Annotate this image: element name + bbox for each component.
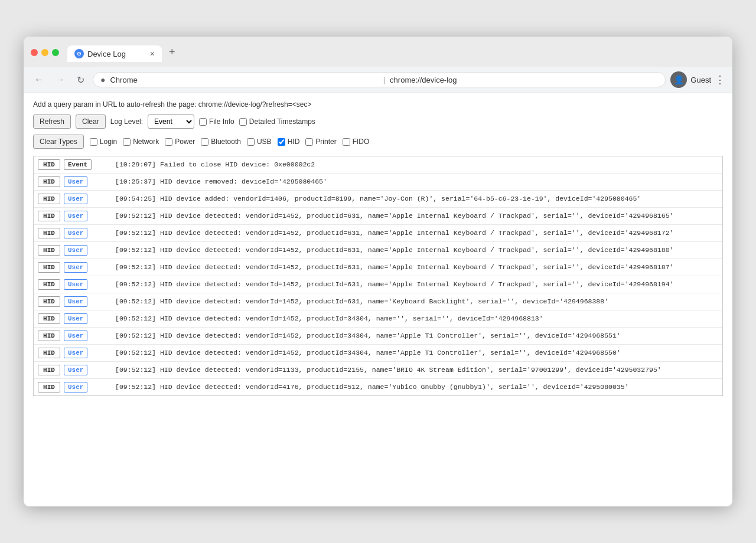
table-row: HIDUser[09:52:12] HID device detected: v… xyxy=(34,293,722,310)
file-info-checkbox[interactable] xyxy=(199,118,207,126)
type-badge: User xyxy=(64,245,87,256)
traffic-lights xyxy=(31,49,59,56)
log-badges: HIDUser xyxy=(34,191,110,207)
source-badge: HID xyxy=(38,331,60,341)
log-message: [09:52:12] HID device detected: vendorId… xyxy=(110,276,722,293)
detailed-timestamps-checkbox[interactable] xyxy=(239,118,247,126)
log-badges: HIDUser xyxy=(34,379,110,395)
power-checkbox[interactable] xyxy=(165,138,172,146)
tab-close-button[interactable]: × xyxy=(150,49,155,58)
browser-menu-button[interactable]: ⋮ xyxy=(715,73,725,86)
log-badges: HIDUser xyxy=(34,174,110,190)
source-badge: HID xyxy=(38,296,60,307)
network-checkbox[interactable] xyxy=(123,138,131,146)
type-badge: User xyxy=(64,262,87,273)
type-network[interactable]: Network xyxy=(123,138,159,146)
type-hid[interactable]: HID xyxy=(278,138,300,146)
source-badge: HID xyxy=(38,348,60,358)
tab-title: Device Log xyxy=(87,50,126,58)
fido-checkbox[interactable] xyxy=(343,138,350,146)
log-message: [09:52:12] HID device detected: vendorId… xyxy=(110,259,722,276)
tab-favicon: ⊙ xyxy=(74,49,84,58)
back-button[interactable]: ← xyxy=(31,72,47,87)
log-message: [09:52:12] HID device detected: vendorId… xyxy=(110,242,722,259)
bluetooth-checkbox[interactable] xyxy=(201,138,208,146)
active-tab[interactable]: ⊙ Device Log × xyxy=(67,45,162,62)
type-badge: User xyxy=(64,296,87,307)
usb-checkbox[interactable] xyxy=(247,138,255,146)
log-message: [09:52:12] HID device detected: vendorId… xyxy=(110,362,722,378)
log-message: [09:52:12] HID device detected: vendorId… xyxy=(110,208,722,224)
title-bar: ⊙ Device Log × + xyxy=(24,37,732,67)
profile-area: 👤 Guest ⋮ xyxy=(670,71,725,88)
type-badge: User xyxy=(64,228,87,238)
table-row: HIDUser[09:52:12] HID device detected: v… xyxy=(34,328,722,345)
type-fido[interactable]: FIDO xyxy=(343,138,370,146)
type-badge: User xyxy=(64,382,87,392)
table-row: HIDUser[09:52:12] HID device detected: v… xyxy=(34,225,722,242)
log-message: [09:52:12] HID device detected: vendorId… xyxy=(110,328,722,344)
log-message: [09:52:12] HID device detected: vendorId… xyxy=(110,225,722,241)
minimize-button[interactable] xyxy=(41,49,48,56)
new-tab-button[interactable]: + xyxy=(163,42,181,62)
log-message: [09:52:12] HID device detected: vendorId… xyxy=(110,379,722,395)
log-badges: HIDUser xyxy=(34,208,110,224)
log-level-label: Log Level: xyxy=(110,117,143,126)
detailed-timestamps-label[interactable]: Detailed Timestamps xyxy=(239,117,315,126)
controls-row: Refresh Clear Log Level: Event Debug Ver… xyxy=(33,115,723,129)
log-badges: HIDUser xyxy=(34,242,110,259)
refresh-button[interactable]: Refresh xyxy=(33,115,71,129)
browser-window: ⊙ Device Log × + ← → ↻ ● Chrome | chrome… xyxy=(24,37,732,506)
log-message: [10:25:37] HID device removed: deviceId=… xyxy=(110,174,722,190)
log-level-select[interactable]: Event Debug Verbose xyxy=(148,115,194,129)
log-message: [10:29:07] Failed to close HID device: 0… xyxy=(110,156,722,173)
type-usb[interactable]: USB xyxy=(247,138,272,146)
table-row: HIDUser[10:25:37] HID device removed: de… xyxy=(34,174,722,191)
type-login[interactable]: Login xyxy=(90,138,117,146)
hid-checkbox[interactable] xyxy=(278,138,285,146)
log-badges: HIDUser xyxy=(34,328,110,344)
table-row: HIDUser[09:52:12] HID device detected: v… xyxy=(34,310,722,328)
table-row: HIDUser[09:52:12] HID device detected: v… xyxy=(34,259,722,276)
log-badges: HIDUser xyxy=(34,362,110,378)
close-button[interactable] xyxy=(31,49,38,56)
types-row: Clear Types Login Network Power Bluetoot… xyxy=(33,135,723,149)
log-badges: HIDUser xyxy=(34,345,110,361)
address-url: chrome://device-log xyxy=(390,76,658,84)
log-badges: HIDUser xyxy=(34,259,110,276)
printer-checkbox[interactable] xyxy=(305,138,313,146)
file-info-label[interactable]: File Info xyxy=(199,117,234,126)
type-bluetooth[interactable]: Bluetooth xyxy=(201,138,241,146)
type-power[interactable]: Power xyxy=(165,138,195,146)
log-badges: HIDUser xyxy=(34,310,110,327)
log-container: HIDEvent[10:29:07] Failed to close HID d… xyxy=(33,156,723,396)
address-bar-icon: ● xyxy=(100,75,105,84)
type-badge: User xyxy=(64,176,87,187)
content-area: Add a query param in URL to auto-refresh… xyxy=(24,93,732,506)
forward-button[interactable]: → xyxy=(52,72,69,87)
clear-button[interactable]: Clear xyxy=(76,115,106,129)
type-badge: User xyxy=(64,331,87,341)
source-badge: HID xyxy=(38,279,60,290)
type-printer[interactable]: Printer xyxy=(305,138,336,146)
type-badge: Event xyxy=(64,159,92,170)
table-row: HIDEvent[10:29:07] Failed to close HID d… xyxy=(34,156,722,174)
type-badge: User xyxy=(64,211,87,221)
address-bar[interactable]: ● Chrome | chrome://device-log xyxy=(93,72,666,87)
table-row: HIDUser[09:52:12] HID device detected: v… xyxy=(34,242,722,259)
log-badges: HIDEvent xyxy=(34,156,110,173)
clear-types-button[interactable]: Clear Types xyxy=(33,135,84,149)
login-checkbox[interactable] xyxy=(90,138,97,146)
source-badge: HID xyxy=(38,211,60,221)
log-message: [09:52:12] HID device detected: vendorId… xyxy=(110,293,722,310)
table-row: HIDUser[09:52:12] HID device detected: v… xyxy=(34,362,722,379)
source-badge: HID xyxy=(38,194,60,204)
maximize-button[interactable] xyxy=(52,49,59,56)
reload-button[interactable]: ↻ xyxy=(73,72,88,88)
source-badge: HID xyxy=(38,262,60,273)
source-badge: HID xyxy=(38,176,60,187)
log-message: [09:52:12] HID device detected: vendorId… xyxy=(110,310,722,327)
profile-avatar[interactable]: 👤 xyxy=(670,71,687,88)
type-badge: User xyxy=(64,279,87,290)
table-row: HIDUser[09:52:12] HID device detected: v… xyxy=(34,345,722,362)
